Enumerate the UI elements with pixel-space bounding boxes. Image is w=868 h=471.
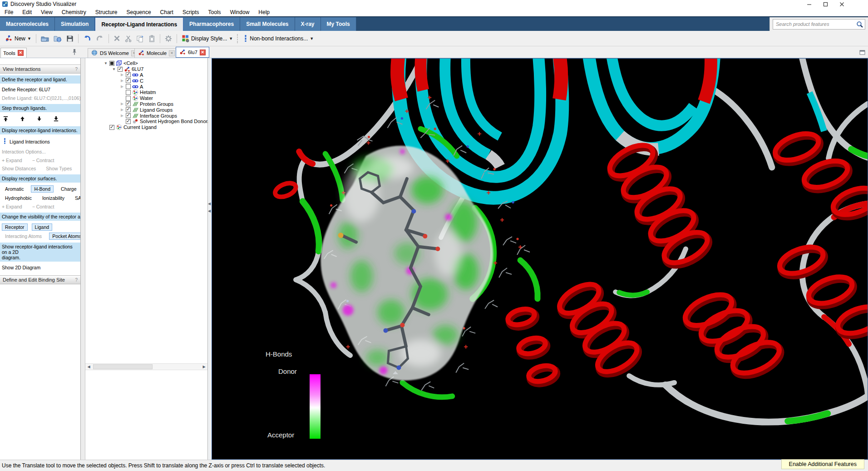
expander-icon[interactable]: ▶ — [120, 102, 124, 106]
scroll-right-icon[interactable]: ▶ — [201, 364, 207, 370]
tree-item-6lu7[interactable]: ▼6LU7 — [85, 66, 207, 72]
view-interactions-header[interactable]: View Interactions ? — [0, 64, 80, 74]
checkbox[interactable] — [126, 107, 131, 112]
display-style-button[interactable]: Display Style... ▼ — [179, 33, 235, 44]
new-dropdown-icon[interactable]: ▼ — [27, 36, 31, 41]
save-button[interactable] — [64, 33, 76, 44]
checkbox[interactable] — [126, 78, 131, 83]
new-button[interactable]: New ▼ — [3, 33, 34, 44]
checkbox[interactable] — [126, 84, 131, 89]
tree-item-a[interactable]: ▶A — [85, 72, 207, 78]
ribbon-tab-my-tools[interactable]: My Tools — [321, 17, 356, 31]
menu-chemistry[interactable]: Chemistry — [57, 9, 91, 16]
tree-horizontal-scrollbar[interactable]: ◀ ▶ — [85, 363, 207, 370]
tree-item--cell-[interactable]: ▼<Cell> — [85, 60, 207, 66]
menu-window[interactable]: Window — [226, 9, 254, 16]
ligand-interactions-button[interactable]: Ligand Interactions — [0, 136, 80, 147]
maximize-icon[interactable] — [817, 0, 833, 8]
cut-button[interactable] — [123, 33, 134, 44]
previous-ligand-icon[interactable] — [20, 116, 25, 123]
menu-edit[interactable]: Edit — [18, 9, 36, 16]
checkbox[interactable] — [109, 61, 114, 66]
tab-close-icon[interactable]: ✕ — [200, 50, 206, 55]
menu-chart[interactable]: Chart — [156, 9, 178, 16]
search-input[interactable] — [773, 20, 865, 29]
tree-item-current-ligand[interactable]: Current Ligand — [85, 124, 207, 130]
expander-icon[interactable]: ▶ — [120, 73, 124, 77]
toggle-sas[interactable]: SAS — [72, 194, 81, 202]
minimize-icon[interactable] — [801, 0, 817, 8]
scrollbar-track[interactable] — [92, 364, 201, 370]
checkbox[interactable] — [126, 101, 131, 106]
document-tab-ds-welcome[interactable]: DS Welcome✕ — [88, 48, 141, 58]
tree-item-water[interactable]: Water — [85, 95, 207, 101]
scrollbar-thumb[interactable] — [93, 364, 153, 369]
scroll-left-icon[interactable]: ◀ — [85, 364, 92, 370]
tree-item-protein-groups[interactable]: ▶Protein Groups — [85, 101, 207, 107]
panel-splitter[interactable] — [81, 58, 85, 460]
expander-icon[interactable]: ▼ — [104, 61, 108, 65]
tree-item-ligand-groups[interactable]: ▶Ligand Groups — [85, 107, 207, 113]
nonbond-interactions-button[interactable]: Non-bond Interactions... ▼ — [241, 33, 316, 44]
next-ligand-icon[interactable] — [36, 116, 42, 123]
define-binding-site-header[interactable]: Define and Edit Binding Site ? — [0, 275, 80, 284]
ribbon-tab-small-molecules[interactable]: Small Molecules — [240, 17, 295, 31]
expander-icon[interactable]: ▶ — [120, 79, 124, 83]
search-icon[interactable] — [856, 21, 863, 28]
expander-icon[interactable]: ▶ — [120, 108, 124, 112]
menu-structure[interactable]: Structure — [91, 9, 122, 16]
checkbox[interactable] — [126, 72, 131, 77]
tree-item-c[interactable]: ▶C — [85, 78, 207, 84]
toggle-h-bond[interactable]: H-Bond — [31, 185, 54, 193]
checkbox[interactable] — [126, 119, 131, 124]
document-tab-6lu7[interactable]: 6lu7✕ — [176, 47, 209, 58]
ribbon-tab-macromolecules[interactable]: Macromolecules — [0, 17, 55, 31]
tools-panel-tab[interactable]: Tools ✕ — [0, 48, 27, 58]
toggle-aromatic[interactable]: Aromatic — [2, 185, 27, 193]
ribbon-tab-receptor-ligand-interactions[interactable]: Receptor-Ligand Interactions — [95, 17, 183, 31]
ribbon-tab-pharmacophores[interactable]: Pharmacophores — [183, 17, 240, 31]
3d-viewport[interactable]: H-Bonds Donor Acceptor — [212, 58, 868, 460]
menu-help[interactable]: Help — [254, 9, 274, 16]
checkbox[interactable] — [126, 113, 131, 118]
display-style-dropdown-icon[interactable]: ▼ — [229, 36, 233, 41]
redo-button[interactable] — [94, 33, 106, 44]
checkbox[interactable] — [118, 67, 123, 72]
toggle-pocket-atoms[interactable]: Pocket Atoms — [49, 233, 81, 240]
copy-button[interactable] — [134, 33, 146, 44]
checkbox[interactable] — [109, 125, 114, 130]
last-ligand-icon[interactable] — [53, 116, 59, 123]
delete-button[interactable] — [111, 33, 123, 44]
checkbox[interactable] — [126, 96, 131, 101]
toggle-receptor[interactable]: Receptor — [2, 223, 28, 231]
nonbond-dropdown-icon[interactable]: ▼ — [310, 36, 314, 41]
close-icon[interactable] — [833, 0, 850, 8]
help-icon[interactable]: ? — [75, 67, 78, 72]
viewport-splitter[interactable]: ◀ ◀ — [208, 58, 212, 460]
tree-item-hetatm[interactable]: Hetatm — [85, 89, 207, 95]
ribbon-tab-x-ray[interactable]: X-ray — [295, 17, 321, 31]
toggle-hydrophobic[interactable]: Hydrophobic — [2, 194, 35, 202]
enable-additional-features-button[interactable]: Enable Additional Features — [781, 459, 864, 469]
menu-tools[interactable]: Tools — [204, 9, 226, 16]
action-show-2d-diagram[interactable]: Show 2D Diagram — [0, 263, 80, 272]
tree-item-interface-groups[interactable]: ▶Interface Groups — [85, 113, 207, 119]
tree-item-a[interactable]: ▶A — [85, 84, 207, 89]
help-icon[interactable]: ? — [75, 278, 78, 283]
expander-icon[interactable]: ▶ — [120, 114, 124, 118]
ribbon-tab-simulation[interactable]: Simulation — [55, 17, 95, 31]
toggle-ionizability[interactable]: Ionizability — [39, 194, 68, 202]
float-window-icon[interactable] — [859, 50, 865, 55]
open-url-button[interactable] — [51, 33, 64, 44]
tab-close-icon[interactable]: ✕ — [169, 50, 175, 56]
collapse-left-icon[interactable]: ◀ — [208, 209, 211, 213]
action-define-receptor-6lu7[interactable]: Define Receptor: 6LU7 — [0, 85, 80, 94]
tools-close-icon[interactable]: ✕ — [18, 50, 24, 56]
pin-icon[interactable] — [72, 49, 77, 55]
open-button[interactable] — [39, 33, 51, 44]
undo-button[interactable] — [81, 33, 94, 44]
expander-icon[interactable]: ▼ — [112, 67, 116, 71]
menu-file[interactable]: File — [0, 9, 18, 16]
tree-item-solvent-hydrogen-bond-donor-accepto[interactable]: Solvent Hydrogen Bond Donor/Accepto — [85, 119, 207, 124]
viewport-expander-icon[interactable] — [393, 371, 398, 374]
